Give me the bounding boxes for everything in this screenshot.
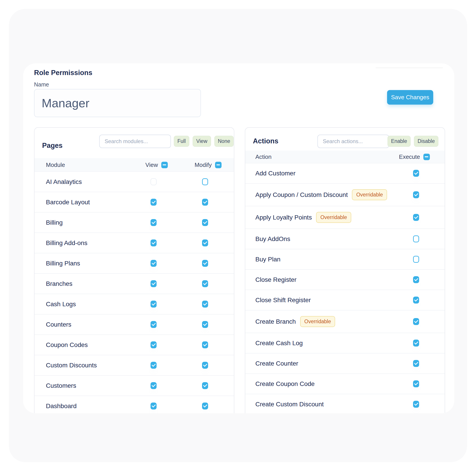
module-label: Customers <box>34 382 128 389</box>
pages-bulk-buttons: Full View None <box>174 136 234 147</box>
table-row: Barcode Layout <box>34 192 234 212</box>
execute-checkbox[interactable] <box>413 297 419 304</box>
execute-checkbox[interactable] <box>413 318 419 325</box>
pages-table-header: Module View Modify <box>34 158 234 172</box>
actions-panel: Actions Enable Disable Action Execute Ad… <box>245 127 445 413</box>
modify-checkbox[interactable] <box>202 321 208 328</box>
action-label: Buy Plan <box>255 256 280 263</box>
module-label: Cash Logs <box>34 301 128 308</box>
view-checkbox[interactable] <box>151 219 157 226</box>
table-row: Counters <box>34 314 234 334</box>
view-column-header: View <box>145 162 158 169</box>
table-row: Apply Coupon / Custom Discount Overridab… <box>245 183 445 206</box>
role-permissions-card: Role Permissions Name Save Changes Pages… <box>23 63 454 413</box>
action-label: Apply Loyalty Points <box>255 214 312 221</box>
modify-checkbox[interactable] <box>202 219 208 226</box>
modify-checkbox[interactable] <box>202 403 208 409</box>
top-divider <box>376 68 443 68</box>
table-row: Add Customer <box>245 163 445 183</box>
execute-checkbox[interactable] <box>413 360 419 367</box>
overridable-badge: Overridable <box>300 316 335 327</box>
full-button[interactable]: Full <box>174 136 189 147</box>
view-checkbox[interactable] <box>151 199 157 206</box>
module-column-header: Module <box>34 162 131 169</box>
search-modules-input[interactable] <box>99 135 171 148</box>
modify-checkbox[interactable] <box>202 362 208 369</box>
table-row: Buy AddOns <box>245 228 445 249</box>
module-label: Custom Discounts <box>34 362 128 369</box>
action-label: Create Coupon Code <box>255 380 315 388</box>
view-checkbox[interactable] <box>151 321 157 328</box>
action-column-header: Action <box>245 153 399 160</box>
pages-panel-header: Pages Full View None <box>34 128 234 158</box>
view-checkbox[interactable] <box>151 280 157 287</box>
execute-checkbox[interactable] <box>413 236 419 242</box>
action-label: Create Branch <box>255 318 296 325</box>
module-label: Coupon Codes <box>34 341 128 349</box>
view-checkbox[interactable] <box>151 403 157 409</box>
table-row: Branches <box>34 273 234 294</box>
action-label: Add Customer <box>255 170 295 177</box>
table-row: Dashboard <box>34 396 234 413</box>
view-button[interactable]: View <box>193 136 211 147</box>
table-row: Custom Discounts <box>34 355 234 375</box>
action-label: Close Register <box>255 276 297 283</box>
module-label: Branches <box>34 280 128 287</box>
execute-checkbox[interactable] <box>413 340 419 346</box>
module-label: Counters <box>34 321 128 328</box>
action-label: Apply Coupon / Custom Discount <box>255 191 348 199</box>
modify-checkbox[interactable] <box>202 260 208 267</box>
execute-select-all-checkbox[interactable] <box>423 154 430 160</box>
module-label: Barcode Layout <box>34 199 128 206</box>
disable-button[interactable]: Disable <box>414 136 438 147</box>
view-checkbox[interactable] <box>151 239 157 246</box>
view-checkbox[interactable] <box>151 260 157 267</box>
execute-checkbox[interactable] <box>413 256 419 263</box>
table-row: Create Counter <box>245 353 445 374</box>
execute-checkbox[interactable] <box>413 191 419 198</box>
view-checkbox[interactable] <box>151 301 157 307</box>
table-row: Cash Logs <box>34 294 234 314</box>
table-row: Billing Add-ons <box>34 233 234 253</box>
modify-checkbox[interactable] <box>202 280 208 287</box>
search-actions-input[interactable] <box>317 135 389 148</box>
modify-checkbox[interactable] <box>202 199 208 206</box>
table-row: Create Branch Overridable <box>245 310 445 333</box>
execute-checkbox[interactable] <box>413 276 419 283</box>
action-label: Buy AddOns <box>255 236 290 243</box>
actions-table-body: Add Customer Apply Coupon / Custom Disco… <box>245 163 445 413</box>
action-label: Create Counter <box>255 360 298 367</box>
table-row: Create Custom Discount <box>245 394 445 413</box>
module-label: Billing Add-ons <box>34 239 128 247</box>
table-row: Create Coupon Code <box>245 374 445 394</box>
role-name-input[interactable] <box>34 89 201 117</box>
modify-checkbox[interactable] <box>202 382 208 389</box>
table-row: Customers <box>34 375 234 396</box>
enable-button[interactable]: Enable <box>388 136 411 147</box>
modify-checkbox[interactable] <box>202 341 208 348</box>
execute-checkbox[interactable] <box>413 170 419 177</box>
save-changes-button[interactable]: Save Changes <box>387 90 433 105</box>
view-checkbox[interactable] <box>151 178 157 185</box>
modify-select-all-checkbox[interactable] <box>215 162 221 168</box>
actions-bulk-buttons: Enable Disable <box>388 136 438 147</box>
view-select-all-checkbox[interactable] <box>161 162 168 168</box>
table-row: Apply Loyalty Points Overridable <box>245 206 445 228</box>
view-checkbox[interactable] <box>151 362 157 369</box>
pages-panel-title: Pages <box>42 142 63 150</box>
action-label: Close Shift Register <box>255 297 311 304</box>
execute-checkbox[interactable] <box>413 401 419 408</box>
modify-checkbox[interactable] <box>202 178 208 185</box>
view-checkbox[interactable] <box>151 382 157 389</box>
actions-table-header: Action Execute <box>245 151 445 163</box>
none-button[interactable]: None <box>214 136 234 147</box>
execute-checkbox[interactable] <box>413 380 419 387</box>
module-label: AI Analaytics <box>34 178 128 186</box>
execute-checkbox[interactable] <box>413 214 419 221</box>
view-checkbox[interactable] <box>151 341 157 348</box>
actions-panel-title: Actions <box>253 137 278 145</box>
modify-checkbox[interactable] <box>202 239 208 246</box>
modify-checkbox[interactable] <box>202 301 208 307</box>
module-label: Billing Plans <box>34 260 128 267</box>
action-label: Create Cash Log <box>255 340 303 347</box>
